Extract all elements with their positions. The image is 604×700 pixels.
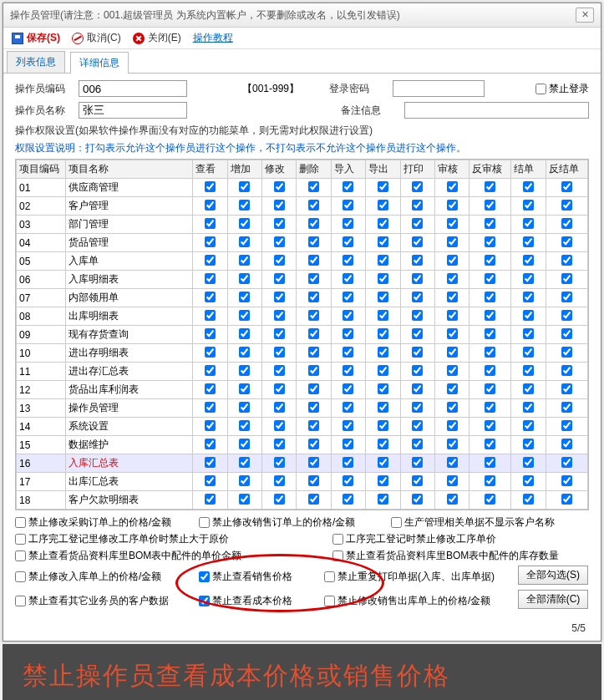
perm-checkbox[interactable] <box>205 181 216 192</box>
perm-checkbox[interactable] <box>308 200 319 211</box>
perm-checkbox[interactable] <box>274 347 285 358</box>
perm-checkbox[interactable] <box>343 292 353 302</box>
perm-checkbox[interactable] <box>274 457 285 468</box>
perm-checkbox[interactable] <box>239 218 250 229</box>
table-row[interactable]: 05入库单 <box>17 252 588 271</box>
perm-checkbox[interactable] <box>561 402 572 413</box>
perm-checkbox[interactable] <box>274 236 285 247</box>
perm-checkbox[interactable] <box>561 218 572 229</box>
perm-checkbox[interactable] <box>378 383 388 394</box>
perm-checkbox[interactable] <box>274 365 285 376</box>
perm-checkbox[interactable] <box>561 255 572 266</box>
perm-checkbox[interactable] <box>561 420 572 431</box>
perm-checkbox[interactable] <box>378 347 388 358</box>
perm-checkbox[interactable] <box>412 420 423 431</box>
opt-r3a[interactable] <box>15 550 26 561</box>
perm-checkbox[interactable] <box>378 402 388 413</box>
opt-r2a[interactable] <box>15 534 26 545</box>
perm-checkbox[interactable] <box>274 273 285 284</box>
perm-checkbox[interactable] <box>412 475 423 486</box>
perm-checkbox[interactable] <box>523 383 534 394</box>
perm-checkbox[interactable] <box>239 181 250 192</box>
perm-checkbox[interactable] <box>485 181 495 192</box>
clear-all-button[interactable]: 全部清除(C) <box>518 590 588 609</box>
perm-checkbox[interactable] <box>205 383 216 394</box>
perm-checkbox[interactable] <box>378 457 388 468</box>
perm-checkbox[interactable] <box>274 181 285 192</box>
perm-checkbox[interactable] <box>447 494 458 505</box>
perm-checkbox[interactable] <box>308 347 319 358</box>
table-row[interactable]: 15数据维护 <box>17 436 588 454</box>
perm-checkbox[interactable] <box>412 292 423 302</box>
perm-checkbox[interactable] <box>485 439 495 449</box>
perm-checkbox[interactable] <box>343 236 353 247</box>
perm-checkbox[interactable] <box>378 475 388 486</box>
table-row[interactable]: 12货品出库利润表 <box>17 381 588 399</box>
perm-checkbox[interactable] <box>239 383 250 394</box>
perm-checkbox[interactable] <box>485 273 495 284</box>
table-row[interactable]: 08出库明细表 <box>17 307 588 326</box>
perm-checkbox[interactable] <box>378 439 388 449</box>
perm-checkbox[interactable] <box>205 347 216 358</box>
perm-checkbox[interactable] <box>343 494 353 505</box>
opt-r4a[interactable] <box>15 571 26 582</box>
table-row[interactable]: 17出库汇总表 <box>17 473 588 491</box>
opt-r3c[interactable] <box>332 550 343 561</box>
perm-checkbox[interactable] <box>485 255 495 266</box>
perm-checkbox[interactable] <box>561 475 572 486</box>
opt-r1a[interactable] <box>15 517 26 528</box>
perm-checkbox[interactable] <box>447 420 458 431</box>
perm-checkbox[interactable] <box>485 328 495 339</box>
perm-checkbox[interactable] <box>343 200 353 211</box>
opt-r5a[interactable] <box>15 596 26 606</box>
perm-checkbox[interactable] <box>205 365 216 376</box>
table-row[interactable]: 16入库汇总表 <box>17 454 588 473</box>
opt-r2c[interactable] <box>332 534 343 545</box>
perm-checkbox[interactable] <box>523 292 534 302</box>
perm-checkbox[interactable] <box>412 347 423 358</box>
perm-checkbox[interactable] <box>523 236 534 247</box>
perm-checkbox[interactable] <box>447 273 458 284</box>
opt-r5b[interactable] <box>199 596 210 606</box>
perm-checkbox[interactable] <box>343 402 353 413</box>
perm-checkbox[interactable] <box>343 328 353 339</box>
perm-checkbox[interactable] <box>447 347 458 358</box>
perm-checkbox[interactable] <box>274 310 285 321</box>
perm-checkbox[interactable] <box>412 457 423 468</box>
perm-checkbox[interactable] <box>239 420 250 431</box>
close-button[interactable]: 关闭(E) <box>133 31 181 45</box>
perm-checkbox[interactable] <box>308 402 319 413</box>
perm-checkbox[interactable] <box>523 347 534 358</box>
perm-checkbox[interactable] <box>274 200 285 211</box>
perm-checkbox[interactable] <box>308 457 319 468</box>
perm-checkbox[interactable] <box>447 236 458 247</box>
perm-checkbox[interactable] <box>378 310 388 321</box>
check-all-button[interactable]: 全部勾选(S) <box>518 566 588 585</box>
perm-checkbox[interactable] <box>523 328 534 339</box>
perm-checkbox[interactable] <box>523 181 534 192</box>
perm-checkbox[interactable] <box>561 328 572 339</box>
perm-checkbox[interactable] <box>343 439 353 449</box>
perm-checkbox[interactable] <box>378 200 388 211</box>
perm-checkbox[interactable] <box>561 365 572 376</box>
perm-checkbox[interactable] <box>308 310 319 321</box>
perm-checkbox[interactable] <box>308 273 319 284</box>
perm-checkbox[interactable] <box>412 383 423 394</box>
perm-checkbox[interactable] <box>239 475 250 486</box>
table-row[interactable]: 02客户管理 <box>17 197 588 216</box>
perm-checkbox[interactable] <box>274 328 285 339</box>
perm-checkbox[interactable] <box>308 181 319 192</box>
perm-checkbox[interactable] <box>412 255 423 266</box>
perm-checkbox[interactable] <box>205 218 216 229</box>
pwd-input[interactable] <box>393 80 485 97</box>
perm-checkbox[interactable] <box>485 365 495 376</box>
perm-checkbox[interactable] <box>561 292 572 302</box>
perm-checkbox[interactable] <box>447 383 458 394</box>
perm-checkbox[interactable] <box>561 310 572 321</box>
perm-checkbox[interactable] <box>485 402 495 413</box>
perm-checkbox[interactable] <box>412 273 423 284</box>
perm-checkbox[interactable] <box>447 328 458 339</box>
perm-checkbox[interactable] <box>412 310 423 321</box>
perm-checkbox[interactable] <box>239 292 250 302</box>
perm-checkbox[interactable] <box>447 439 458 449</box>
